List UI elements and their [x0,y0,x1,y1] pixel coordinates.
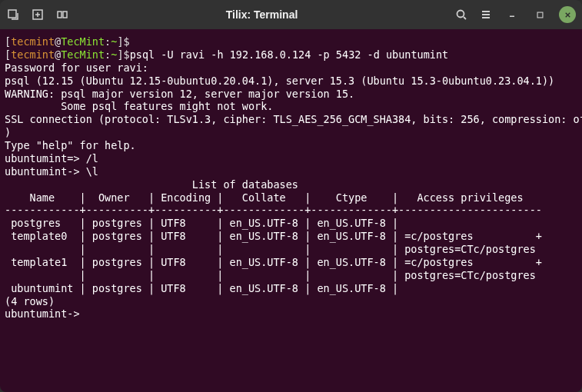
maximize-button[interactable] [531,6,548,23]
svg-rect-5 [537,12,543,18]
output-line: ubuntumint-> \l [5,165,577,178]
titlebar-right-controls [454,6,576,23]
table-row: template1 | postgres | UTF8 | en_US.UTF-… [5,256,577,269]
split-icon[interactable] [55,8,69,22]
menu-icon[interactable] [479,8,493,22]
minimize-button[interactable] [504,6,520,23]
prompt-line: [tecmint@TecMint:~]$psql -U ravi -h 192.… [5,48,577,61]
close-button[interactable] [559,6,576,23]
output-line: ) [5,126,577,139]
output-line: Some psql features might not work. [5,100,577,113]
table-row: | | | | | postgres=CTc/postgres [5,243,577,256]
table-divider: ------------+----------+----------+-----… [5,204,577,217]
svg-rect-0 [8,10,16,18]
table-header: Name | Owner | Encoding | Collate | Ctyp… [5,191,577,204]
row-count: (4 rows) [5,295,577,308]
svg-point-4 [457,11,464,18]
command-text: psql -U ravi -h 192.168.0.124 -p 5432 -d… [130,48,449,61]
table-row: ubuntumint | postgres | UTF8 | en_US.UTF… [5,282,577,295]
svg-rect-3 [63,12,67,18]
output-line: Password for user ravi: [5,61,577,75]
new-tab-icon[interactable] [31,8,45,22]
new-session-icon[interactable] [6,8,20,22]
search-icon[interactable] [454,8,468,22]
titlebar-left-controls [6,8,69,22]
table-row: postgres | postgres | UTF8 | en_US.UTF-8… [5,217,577,230]
psql-prompt: ubuntumint-> [5,307,577,321]
table-row: | | | | | postgres=CTc/postgres [5,269,577,282]
output-line: ubuntumint=> /l [5,152,577,165]
output-line: psql (12.15 (Ubuntu 12.15-0ubuntu0.20.04… [5,75,577,88]
terminal-window: Tilix: Terminal [tecmint@TecMint:~]$[tec… [0,0,582,392]
table-row: template0 | postgres | UTF8 | en_US.UTF-… [5,230,577,243]
output-line: Type "help" for help. [5,139,577,152]
prompt-line: [tecmint@TecMint:~]$ [5,35,577,48]
output-line: WARNING: psql major version 12, server m… [5,88,577,101]
window-title: Tilix: Terminal [69,8,454,21]
table-title: List of databases [5,178,577,191]
svg-rect-2 [58,12,62,18]
titlebar: Tilix: Terminal [0,0,582,29]
terminal-content[interactable]: [tecmint@TecMint:~]$[tecmint@TecMint:~]$… [0,29,582,392]
output-line: SSL connection (protocol: TLSv1.3, ciphe… [5,113,577,126]
